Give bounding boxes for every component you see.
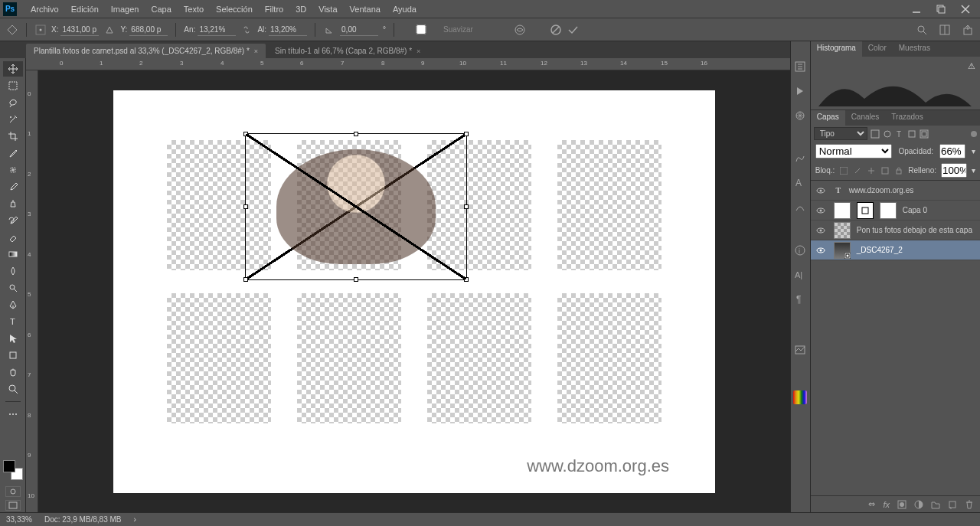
menu-texto[interactable]: Texto (178, 2, 210, 17)
tab-muestras[interactable]: Muestras (893, 41, 936, 57)
character2-panel-icon[interactable]: A| (793, 268, 807, 282)
filter-pixel-icon[interactable] (871, 129, 880, 139)
transform-handle-w[interactable] (243, 204, 248, 209)
menu-edicion[interactable]: Edición (65, 2, 105, 17)
menu-imagen[interactable]: Imagen (105, 2, 145, 17)
tab-document-1[interactable]: Plantilla fotos de carnet.psd al 33,3% (… (26, 44, 266, 58)
layer-mask-thumbnail[interactable] (857, 202, 874, 219)
transform-handle-s[interactable] (354, 277, 358, 282)
transform-handle-se[interactable] (464, 277, 469, 282)
layer-filter-type[interactable]: Tipo (814, 127, 867, 140)
lock-artboard-icon[interactable] (880, 166, 890, 175)
visibility-toggle[interactable] (811, 245, 831, 256)
fill-input[interactable] (941, 163, 967, 178)
layer-thumbnail[interactable] (834, 222, 851, 239)
visibility-toggle[interactable] (811, 205, 831, 216)
layer-style-icon[interactable]: fx (883, 500, 890, 509)
adjustment-layer-icon[interactable] (914, 500, 923, 509)
h-input[interactable] (269, 24, 307, 36)
layer-row-placeholder[interactable]: Pon tus fotos debajo de esta capa (811, 221, 980, 240)
visibility-toggle[interactable] (811, 225, 831, 236)
tk-panel-icon[interactable] (793, 390, 807, 404)
transform-tool-icon[interactable] (6, 24, 18, 36)
transform-handle-sw[interactable] (243, 277, 248, 282)
transform-handle-nw[interactable] (243, 132, 248, 136)
x-input[interactable] (60, 24, 99, 36)
opacity-input[interactable] (939, 144, 965, 158)
menu-archivo[interactable]: Archivo (24, 2, 65, 17)
new-layer-icon[interactable] (948, 500, 957, 509)
maximize-icon[interactable] (936, 4, 946, 15)
shape-tool[interactable] (3, 348, 23, 363)
angle-input[interactable] (340, 24, 378, 36)
tab-color[interactable]: Color (862, 41, 893, 57)
tab-trazados[interactable]: Trazados (885, 110, 929, 126)
layer-thumbnail[interactable] (834, 242, 851, 259)
menu-vista[interactable]: Vista (312, 2, 343, 17)
actions-panel-icon[interactable] (793, 84, 807, 98)
commit-transform-icon[interactable] (567, 24, 579, 36)
crop-tool[interactable] (3, 129, 23, 144)
layer-row-text[interactable]: T www.dzoom.org.es (811, 181, 980, 201)
quickmask-toggle[interactable] (5, 486, 21, 497)
canvas-viewport[interactable]: www.dzoom.org.es (26, 70, 790, 512)
transform-handle-n[interactable] (354, 132, 358, 136)
tab-capas[interactable]: Capas (811, 110, 845, 126)
smooth-checkbox[interactable] (402, 25, 440, 34)
status-chevron-icon[interactable]: › (134, 515, 136, 524)
share-icon[interactable] (962, 24, 974, 36)
filter-adjust-icon[interactable] (883, 129, 892, 139)
tab-document-2[interactable]: Sin título-1 al 66,7% (Capa 2, RGB/8#) *… (267, 44, 428, 58)
filter-toggle[interactable] (971, 131, 977, 137)
lock-transparency-icon[interactable] (839, 166, 848, 175)
horizontal-ruler[interactable]: 0 1 2 3 4 5 6 7 8 9 10 11 12 13 14 15 16 (26, 58, 790, 70)
visibility-toggle[interactable] (811, 185, 831, 196)
document-info[interactable]: Doc: 23,9 MB/8,83 MB (44, 515, 122, 524)
character-panel-icon[interactable]: A (793, 176, 807, 190)
layer-thumbnail[interactable] (834, 202, 851, 219)
type-tool[interactable]: T (3, 314, 23, 329)
y-input[interactable] (129, 24, 168, 36)
transform-handle-e[interactable] (464, 204, 469, 209)
history-panel-icon[interactable] (793, 60, 807, 74)
cancel-transform-icon[interactable] (550, 24, 562, 36)
move-tool[interactable] (3, 61, 23, 77)
styles-panel-icon[interactable] (793, 152, 807, 165)
filter-smart-icon[interactable] (920, 129, 929, 139)
hand-tool[interactable] (3, 364, 23, 380)
dodge-tool[interactable] (3, 280, 23, 296)
library-panel-icon[interactable] (793, 343, 807, 357)
layer-row-smart-selected[interactable]: _DSC4267_2 (811, 240, 980, 260)
delete-layer-icon[interactable] (965, 500, 974, 509)
layer-grid-thumbnail[interactable] (880, 202, 897, 219)
filter-type-icon[interactable]: T (895, 129, 904, 139)
lock-paint-icon[interactable] (853, 166, 862, 175)
layer-mask-icon[interactable] (897, 500, 906, 509)
reference-point-icon[interactable] (34, 24, 47, 36)
close-icon[interactable] (960, 4, 971, 15)
opacity-dropdown-icon[interactable]: ▾ (972, 147, 975, 155)
history-brush-tool[interactable] (3, 213, 23, 228)
lock-all-icon[interactable] (894, 166, 903, 175)
smooth-field[interactable]: Suavizar (402, 25, 473, 34)
menu-filtro[interactable]: Filtro (259, 2, 289, 17)
brushes-panel-icon[interactable] (793, 201, 807, 214)
path-selection-tool[interactable] (3, 331, 23, 346)
lock-position-icon[interactable] (867, 166, 876, 175)
layer-row-template[interactable]: Capa 0 (811, 201, 980, 221)
tab-close-icon[interactable]: × (254, 47, 258, 55)
search-icon[interactable] (916, 24, 928, 36)
menu-3d[interactable]: 3D (289, 2, 312, 17)
screenmode-toggle[interactable] (5, 500, 21, 511)
blend-mode-select[interactable]: Normal (815, 144, 893, 158)
edit-toolbar-icon[interactable] (3, 407, 23, 422)
adjustments-panel-icon[interactable] (793, 109, 807, 123)
fill-dropdown-icon[interactable]: ▾ (972, 166, 975, 175)
transform-handle-ne[interactable] (464, 132, 469, 136)
tab-close-icon[interactable]: × (416, 47, 420, 55)
menu-seleccion[interactable]: Selección (210, 2, 259, 17)
clone-stamp-tool[interactable] (3, 196, 23, 211)
tab-histograma[interactable]: Histograma (811, 41, 862, 57)
brush-tool[interactable] (3, 179, 23, 194)
color-swatches[interactable] (3, 460, 23, 480)
